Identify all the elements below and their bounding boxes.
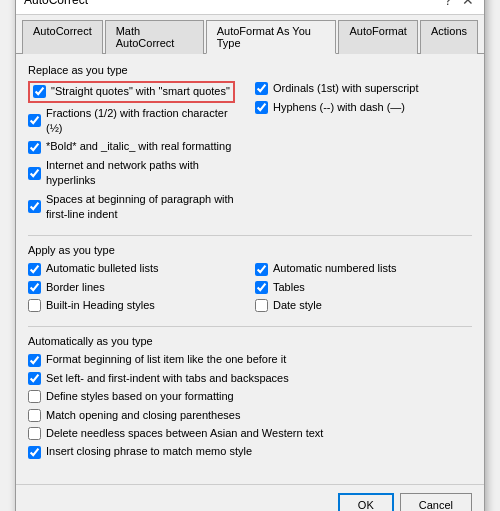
set-left-checkbox[interactable] (28, 372, 41, 385)
tab-autoformat-as-you-type[interactable]: AutoFormat As You Type (206, 20, 337, 54)
insert-closing-item: Insert closing phrase to match memo styl… (28, 444, 472, 459)
replace-as-you-type-section: Replace as you type "Straight quotes" wi… (28, 64, 472, 225)
ordinals-checkbox[interactable] (255, 82, 268, 95)
bold-italic-checkbox[interactable] (28, 141, 41, 154)
hyphens-label[interactable]: Hyphens (--) with dash (—) (273, 100, 405, 115)
close-button[interactable]: ✕ (460, 0, 476, 8)
tables-item: Tables (255, 280, 472, 295)
define-styles-checkbox[interactable] (28, 390, 41, 403)
auto-bulleted-item: Automatic bulleted lists (28, 261, 245, 276)
tables-checkbox[interactable] (255, 281, 268, 294)
bold-italic-item: *Bold* and _italic_ with real formatting (28, 139, 245, 154)
define-styles-item: Define styles based on your formatting (28, 389, 472, 404)
dialog-title: AutoCorrect (24, 0, 88, 7)
straight-quotes-checkbox[interactable] (33, 85, 46, 98)
ordinals-item: Ordinals (1st) with superscript (255, 81, 472, 96)
spaces-checkbox[interactable] (28, 200, 41, 213)
title-bar: AutoCorrect ? ✕ (16, 0, 484, 15)
apply-section-title: Apply as you type (28, 244, 472, 256)
fractions-label[interactable]: Fractions (1/2) with fraction character … (46, 106, 245, 137)
ordinals-label[interactable]: Ordinals (1st) with superscript (273, 81, 419, 96)
tab-autocorrect[interactable]: AutoCorrect (22, 20, 103, 54)
ok-button[interactable]: OK (338, 493, 394, 511)
tab-actions[interactable]: Actions (420, 20, 478, 54)
set-left-label[interactable]: Set left- and first-indent with tabs and… (46, 371, 289, 386)
straight-quotes-label[interactable]: "Straight quotes" with "smart quotes" (51, 84, 230, 99)
internet-item: Internet and network paths with hyperlin… (28, 158, 245, 189)
title-bar-buttons: ? ✕ (440, 0, 476, 8)
heading-styles-label[interactable]: Built-in Heading styles (46, 298, 155, 313)
straight-quotes-highlight: "Straight quotes" with "smart quotes" (28, 81, 235, 102)
bold-italic-label[interactable]: *Bold* and _italic_ with real formatting (46, 139, 231, 154)
tab-bar: AutoCorrect Math AutoCorrect AutoFormat … (16, 15, 484, 54)
tab-autoformat[interactable]: AutoFormat (338, 20, 417, 54)
date-style-item: Date style (255, 298, 472, 313)
delete-spaces-item: Delete needless spaces between Asian and… (28, 426, 472, 441)
auto-bulleted-label[interactable]: Automatic bulleted lists (46, 261, 159, 276)
straight-quotes-item: "Straight quotes" with "smart quotes" (28, 81, 245, 102)
auto-bulleted-checkbox[interactable] (28, 263, 41, 276)
replace-right-col: Ordinals (1st) with superscript Hyphens … (255, 81, 472, 225)
auto-numbered-label[interactable]: Automatic numbered lists (273, 261, 397, 276)
match-parens-item: Match opening and closing parentheses (28, 408, 472, 423)
heading-styles-item: Built-in Heading styles (28, 298, 245, 313)
fractions-item: Fractions (1/2) with fraction character … (28, 106, 245, 137)
help-button[interactable]: ? (440, 0, 456, 8)
autocorrect-dialog: AutoCorrect ? ✕ AutoCorrect Math AutoCor… (15, 0, 485, 511)
internet-checkbox[interactable] (28, 167, 41, 180)
internet-label[interactable]: Internet and network paths with hyperlin… (46, 158, 245, 189)
hyphens-checkbox[interactable] (255, 101, 268, 114)
date-style-label[interactable]: Date style (273, 298, 322, 313)
dialog-footer: OK Cancel (16, 484, 484, 511)
apply-right-col: Automatic numbered lists Tables Date sty… (255, 261, 472, 316)
match-parens-checkbox[interactable] (28, 409, 41, 422)
delete-spaces-label[interactable]: Delete needless spaces between Asian and… (46, 426, 323, 441)
auto-numbered-checkbox[interactable] (255, 263, 268, 276)
match-parens-label[interactable]: Match opening and closing parentheses (46, 408, 240, 423)
fractions-checkbox[interactable] (28, 114, 41, 127)
date-style-checkbox[interactable] (255, 299, 268, 312)
spaces-label[interactable]: Spaces at beginning of paragraph with fi… (46, 192, 245, 223)
set-left-item: Set left- and first-indent with tabs and… (28, 371, 472, 386)
dialog-content: Replace as you type "Straight quotes" wi… (16, 54, 484, 480)
replace-left-col: "Straight quotes" with "smart quotes" Fr… (28, 81, 245, 225)
border-lines-item: Border lines (28, 280, 245, 295)
format-beginning-item: Format beginning of list item like the o… (28, 352, 472, 367)
border-lines-label[interactable]: Border lines (46, 280, 105, 295)
cancel-button[interactable]: Cancel (400, 493, 472, 511)
insert-closing-label[interactable]: Insert closing phrase to match memo styl… (46, 444, 252, 459)
format-beginning-label[interactable]: Format beginning of list item like the o… (46, 352, 286, 367)
automatically-as-you-type-section: Automatically as you type Format beginni… (28, 326, 472, 459)
define-styles-label[interactable]: Define styles based on your formatting (46, 389, 234, 404)
auto-numbered-item: Automatic numbered lists (255, 261, 472, 276)
insert-closing-checkbox[interactable] (28, 446, 41, 459)
heading-styles-checkbox[interactable] (28, 299, 41, 312)
automatically-section-title: Automatically as you type (28, 335, 472, 347)
hyphens-item: Hyphens (--) with dash (—) (255, 100, 472, 115)
apply-as-you-type-section: Apply as you type Automatic bulleted lis… (28, 235, 472, 316)
tab-math-autocorrect[interactable]: Math AutoCorrect (105, 20, 204, 54)
format-beginning-checkbox[interactable] (28, 354, 41, 367)
delete-spaces-checkbox[interactable] (28, 427, 41, 440)
tables-label[interactable]: Tables (273, 280, 305, 295)
replace-section-title: Replace as you type (28, 64, 472, 76)
spaces-item: Spaces at beginning of paragraph with fi… (28, 192, 245, 223)
border-lines-checkbox[interactable] (28, 281, 41, 294)
apply-left-col: Automatic bulleted lists Border lines Bu… (28, 261, 245, 316)
